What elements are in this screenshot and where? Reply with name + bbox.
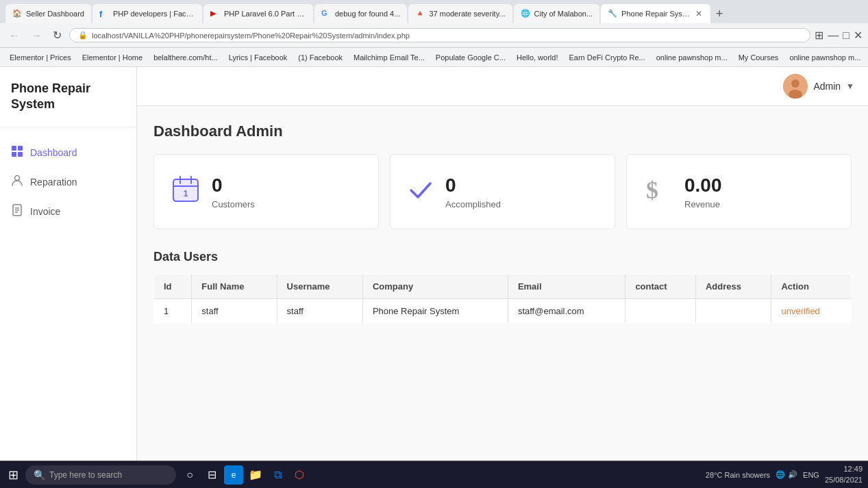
bookmark-courses[interactable]: My Courses: [734, 52, 783, 63]
close-browser-button[interactable]: ✕: [854, 29, 863, 42]
table-section-title: Data Users: [153, 250, 852, 264]
taskbar-app-git[interactable]: ⬡: [290, 465, 309, 485]
bookmark-elementor-prices[interactable]: Elementor | Prices: [5, 52, 75, 63]
extensions-button[interactable]: ⊞: [815, 29, 823, 42]
unverified-badge[interactable]: unverified: [781, 306, 819, 316]
tab-label-fb: PHP developers | Facebook: [113, 10, 195, 18]
bookmark-pawnshop2[interactable]: online pawnshop m...: [785, 52, 865, 63]
new-tab-button[interactable]: +: [712, 7, 728, 21]
bookmarks-bar: Elementor | Prices Elementor | Home bela…: [0, 48, 868, 67]
col-action: Action: [771, 274, 852, 299]
tab-city[interactable]: 🌐 City of Malabon...: [514, 4, 600, 23]
tab-favicon-yt: ▶: [210, 9, 220, 18]
taskbar-app-task[interactable]: ⊟: [202, 465, 221, 485]
calendar-icon: 1: [171, 174, 201, 210]
bookmark-lyrics[interactable]: Lyrics | Facebook: [225, 52, 292, 63]
bookmark-mailchimp[interactable]: Mailchimp Email Te...: [349, 52, 429, 63]
taskbar-app-edge[interactable]: e: [224, 465, 243, 485]
sidebar-reparation-label: Reparation: [30, 177, 77, 188]
col-username: Username: [277, 274, 362, 299]
main-content: Dashboard Admin 1: [137, 106, 868, 461]
bookmark-pawnshop1[interactable]: online pawnshop m...: [652, 52, 732, 63]
table-body: 1 staff staff Phone Repair System staff@…: [154, 299, 852, 324]
col-company: Company: [362, 274, 508, 299]
col-address: Address: [695, 274, 771, 299]
bookmark-belal[interactable]: belalthere.com/ht...: [149, 52, 222, 63]
stat-info-customers: 0 Customers: [212, 175, 255, 209]
bookmark-fb1[interactable]: (1) Facebook: [294, 52, 347, 63]
dropdown-icon: ▼: [846, 81, 854, 91]
bookmark-hello[interactable]: Hello, world!: [512, 52, 562, 63]
svg-rect-0: [12, 146, 16, 151]
col-fullname: Full Name: [192, 274, 277, 299]
browser-chrome: 🏠 Seller Dashboard f PHP developers | Fa…: [0, 0, 868, 67]
sidebar-item-reparation[interactable]: Reparation: [0, 168, 136, 197]
data-table: Id Full Name Username Company Email cont…: [153, 274, 852, 324]
table-header: Id Full Name Username Company Email cont…: [154, 274, 852, 299]
cell-id: 1: [154, 299, 192, 324]
taskbar-icons: 🌐 🔊: [776, 470, 797, 479]
stat-card-revenue: $ 0.00 Revenue: [626, 154, 852, 229]
tab-laravel[interactable]: ▶ PHP Laravel 6.0 Part 1/5...: [203, 4, 313, 23]
stats-row: 1 0 Customers: [153, 154, 852, 229]
taskbar-app-explorer[interactable]: 📁: [246, 465, 265, 485]
stat-card-accomplished: 0 Accomplished: [390, 154, 615, 229]
sidebar-item-invoice[interactable]: Invoice: [0, 197, 136, 227]
bookmark-elementor-home[interactable]: Elementor | Home: [78, 52, 147, 63]
browser-actions: ⊞ — □ ✕: [815, 29, 863, 42]
cell-contact: [625, 299, 696, 324]
col-id: Id: [154, 274, 192, 299]
lock-icon: 🔒: [78, 31, 88, 40]
tab-favicon: 🏠: [12, 9, 22, 18]
taskbar-app-vscode[interactable]: ⧉: [268, 465, 287, 485]
tab-favicon-g: G: [321, 9, 331, 18]
avatar: [783, 74, 808, 99]
customers-label: Customers: [212, 199, 255, 209]
tab-phonerepair[interactable]: 🔧 Phone Repair System ✕: [601, 4, 710, 23]
tab-bar: 🏠 Seller Dashboard f PHP developers | Fa…: [0, 0, 868, 23]
start-button[interactable]: ⊞: [5, 465, 21, 485]
accomplished-number: 0: [445, 175, 501, 196]
tab-vuln[interactable]: 🔺 37 moderate severity...: [408, 4, 512, 23]
sidebar: Phone Repair System Dashboard: [0, 67, 137, 461]
col-email: Email: [508, 274, 625, 299]
cell-action: unverified: [771, 299, 852, 324]
lang-label: ENG: [803, 471, 819, 479]
reload-button[interactable]: ↻: [49, 27, 65, 43]
tab-close-icon[interactable]: ✕: [694, 8, 704, 20]
tab-label-debug: debug for found 4...: [335, 10, 400, 18]
main-wrapper: Admin ▼ Dashboard Admin: [137, 67, 868, 461]
sidebar-item-dashboard[interactable]: Dashboard: [0, 138, 136, 168]
forward-button[interactable]: →: [27, 28, 45, 43]
volume-icon: 🔊: [788, 470, 797, 479]
sidebar-nav: Dashboard Reparation: [0, 127, 136, 237]
svg-text:1: 1: [184, 189, 188, 198]
tab-label-laravel: PHP Laravel 6.0 Part 1/5...: [224, 10, 306, 18]
user-menu[interactable]: Admin ▼: [783, 74, 854, 99]
cell-username: staff: [277, 299, 362, 324]
maximize-button[interactable]: □: [843, 29, 850, 42]
page-title: Dashboard Admin: [153, 123, 852, 140]
browser-controls: ← → ↻ 🔒 localhost/VANILLA%20PHP/phonerep…: [0, 23, 868, 48]
search-input[interactable]: [49, 470, 159, 480]
tab-facebook[interactable]: f PHP developers | Facebook: [92, 4, 202, 23]
taskbar-right: 28°C Rain showers 🌐 🔊 ENG 12:49 25/08/20…: [706, 464, 863, 485]
user-name: Admin: [813, 81, 841, 92]
revenue-label: Revenue: [684, 199, 722, 209]
minimize-button[interactable]: —: [828, 29, 839, 42]
col-contact: contact: [625, 274, 696, 299]
tab-label-vuln: 37 moderate severity...: [429, 10, 505, 18]
tab-seller[interactable]: 🏠 Seller Dashboard: [5, 4, 91, 23]
address-bar[interactable]: 🔒 localhost/VANILLA%20PHP/phonerepairsys…: [69, 28, 810, 42]
back-button[interactable]: ←: [5, 28, 23, 43]
cell-fullname: staff: [192, 299, 277, 324]
tab-debug[interactable]: G debug for found 4...: [314, 4, 407, 23]
taskbar-search[interactable]: 🔍: [25, 465, 176, 485]
header-bar: Admin ▼: [137, 67, 868, 106]
bookmark-google[interactable]: Populate Google C...: [432, 52, 510, 63]
taskbar-app-cortana[interactable]: ○: [180, 465, 199, 485]
bookmark-defi[interactable]: Earn DeFi Crypto Re...: [565, 52, 649, 63]
app-container: Phone Repair System Dashboard: [0, 67, 868, 461]
tab-favicon-v: 🔺: [415, 9, 425, 18]
weather-info: 28°C Rain showers: [706, 471, 770, 479]
